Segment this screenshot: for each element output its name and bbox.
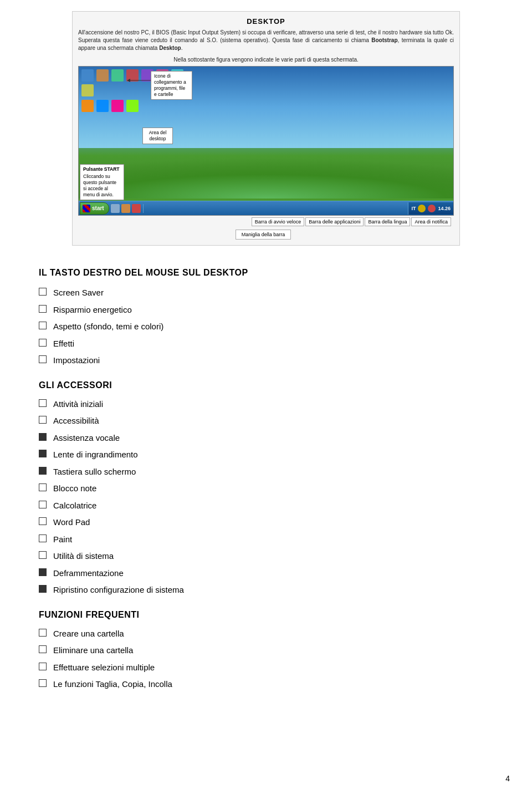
desktop-icon — [81, 69, 94, 82]
item-text: Creare una cartella — [53, 628, 124, 640]
mouse-section-heading: IL TASTO DESTRO DEL MOUSE SUL DESKTOP — [39, 268, 493, 278]
desktop-icon — [111, 100, 124, 112]
list-item: Ripristino configurazione di sistema — [39, 584, 493, 597]
desktop-intro-text: All'accensione del nostro PC, il BIOS (B… — [78, 29, 454, 52]
page: DESKTOP All'accensione del nostro PC, il… — [0, 0, 532, 794]
list-item: Lente di ingrandimento — [39, 449, 493, 461]
list-item: Impostazioni — [39, 354, 493, 367]
pulsante-start-desc: Cliccando su questo pulsante si accede a… — [83, 174, 121, 198]
checkbox-icon — [39, 483, 47, 491]
checkbox-icon — [39, 288, 47, 296]
xp-taskbar: start IT — [79, 201, 453, 215]
maniglia-section: Maniglia della barra — [78, 230, 448, 240]
item-text: Blocco note — [53, 482, 96, 495]
funzioni-section-heading: FUNZIONI FREQUENTI — [39, 610, 493, 620]
quick-launch-icon — [132, 204, 141, 213]
tray-icon — [418, 205, 426, 212]
list-item: Screen Saver — [39, 287, 493, 299]
list-item: Blocco note — [39, 482, 493, 495]
quick-launch-icon — [121, 204, 130, 213]
xp-desktop-wrapper: Icone di collegamento a programmi, file … — [78, 66, 454, 240]
quick-launch-icon — [111, 204, 120, 213]
item-text: Deframmentazione — [53, 567, 124, 580]
checkbox-icon — [39, 517, 47, 525]
mouse-items-list: Screen Saver Risparmio energetico Aspett… — [39, 287, 493, 367]
list-item: Aspetto (sfondo, temi e colori) — [39, 320, 493, 333]
checkbox-icon — [39, 416, 47, 424]
filled-square-icon — [39, 585, 47, 593]
item-text: Effettuare selezioni multiple — [53, 661, 155, 674]
filled-square-icon — [39, 467, 47, 475]
list-item: Creare una cartella — [39, 628, 493, 640]
item-text: Le funzioni Taglia, Copia, Incolla — [53, 678, 172, 691]
list-item: Deframmentazione — [39, 567, 493, 580]
windows-flag-icon — [83, 205, 90, 212]
checkbox-icon — [39, 339, 47, 347]
checkbox-icon — [39, 679, 47, 687]
filled-square-icon — [39, 433, 47, 441]
item-text: Eliminare una cartella — [53, 644, 133, 657]
item-text: Lente di ingrandimento — [53, 449, 138, 461]
language-indicator: IT — [411, 206, 416, 211]
callout-area: Area del desktop — [142, 128, 173, 144]
filled-square-icon — [39, 450, 47, 457]
checkbox-icon — [39, 355, 47, 363]
item-text: Paint — [53, 533, 72, 546]
area-notifica-label: Area di notifica — [411, 217, 451, 226]
accessori-section-heading: GLI ACCESSORI — [39, 380, 493, 390]
list-item: Assistenza vocale — [39, 432, 493, 445]
desktop-icon — [96, 100, 109, 112]
desktop-title: DESKTOP — [78, 17, 454, 26]
list-item: Eliminare una cartella — [39, 644, 493, 657]
checkbox-icon — [39, 645, 47, 653]
list-item: Tastiera sullo schermo — [39, 466, 493, 479]
desktop-icon — [81, 84, 94, 96]
item-text: Attività iniziali — [53, 398, 103, 411]
barra-avvio-label: Barra di avvio veloce — [252, 217, 305, 226]
item-text: Accessibilità — [53, 415, 99, 427]
maniglia-label: Maniglia della barra — [236, 230, 291, 240]
pulsante-start-label: Pulsante START — [83, 166, 121, 172]
checkbox-icon — [39, 399, 47, 407]
item-text: Ripristino configurazione di sistema — [53, 584, 184, 597]
list-item: Effetti — [39, 338, 493, 350]
desktop-subtitle: Nella sottostante figura vengono indicat… — [78, 57, 454, 63]
list-item: Risparmio energetico — [39, 304, 493, 317]
list-item: Word Pad — [39, 516, 493, 529]
list-item: Effettuare selezioni multiple — [39, 661, 493, 674]
checkbox-icon — [39, 322, 47, 329]
item-text: Screen Saver — [53, 287, 104, 299]
item-text: Impostazioni — [53, 354, 100, 367]
list-item: Le funzioni Taglia, Copia, Incolla — [39, 678, 493, 691]
item-text: Assistenza vocale — [53, 432, 120, 445]
desktop-section: DESKTOP All'accensione del nostro PC, il… — [22, 0, 510, 251]
callout-pulsante-start: Pulsante START Cliccando su questo pulsa… — [80, 164, 124, 200]
item-text: Tastiera sullo schermo — [53, 466, 136, 479]
checkbox-icon — [39, 501, 47, 508]
xp-desktop: Icone di collegamento a programmi, file … — [78, 66, 454, 216]
desktop-icon — [96, 69, 109, 82]
taskbar-part-labels: Barra di avvio veloce Barra delle applic… — [78, 217, 454, 226]
checkbox-icon — [39, 629, 47, 637]
desktop-composite: Icone di collegamento a programmi, file … — [78, 66, 454, 240]
accessori-items-list: Attività iniziali Accessibilità Assisten… — [39, 398, 493, 597]
item-text: Utilità di sistema — [53, 550, 114, 563]
list-item: Paint — [39, 533, 493, 546]
antivirus-icon — [428, 205, 436, 212]
xp-start-button[interactable]: start — [80, 202, 109, 215]
checkbox-icon — [39, 551, 47, 559]
item-text: Risparmio energetico — [53, 304, 132, 317]
checkbox-icon — [39, 305, 47, 313]
funzioni-items-list: Creare una cartella Eliminare una cartel… — [39, 628, 493, 691]
content-section: IL TASTO DESTRO DEL MOUSE SUL DESKTOP Sc… — [22, 251, 510, 691]
barra-lingua-label: Barra della lingua — [365, 217, 410, 226]
list-item: Attività iniziali — [39, 398, 493, 411]
callout-icone: Icone di collegamento a programmi, file … — [151, 71, 192, 100]
clock: 14.26 — [438, 206, 451, 211]
xp-hill — [79, 132, 453, 198]
list-item: Accessibilità — [39, 415, 493, 427]
filled-square-icon — [39, 568, 47, 576]
desktop-image-container: DESKTOP All'accensione del nostro PC, il… — [72, 11, 460, 246]
desktop-icon — [126, 100, 139, 112]
item-text: Word Pad — [53, 516, 90, 529]
